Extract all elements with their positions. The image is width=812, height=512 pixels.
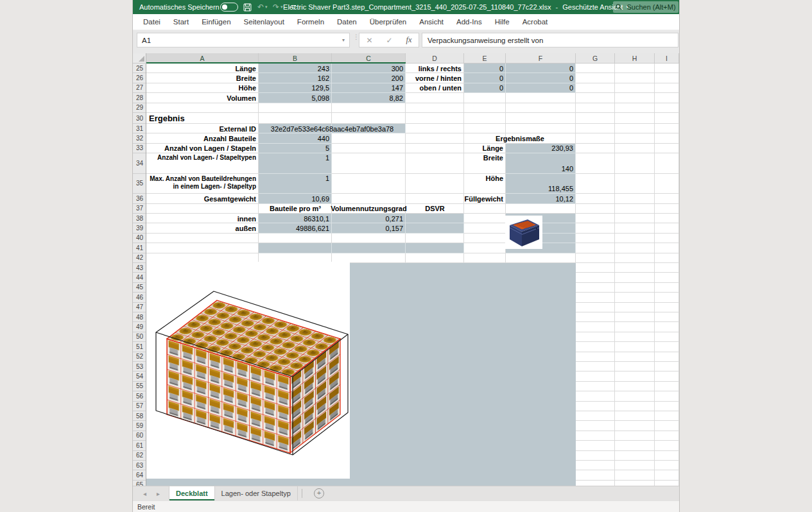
new-sheet-button[interactable]: + bbox=[314, 488, 324, 499]
cancel-button[interactable]: ✕ bbox=[366, 36, 372, 45]
cell-B38[interactable]: 86310,1 bbox=[259, 214, 332, 223]
cell-C26[interactable]: 200 bbox=[332, 73, 406, 83]
cell-F34[interactable]: 140 bbox=[506, 153, 576, 174]
ribbon-tab-addins[interactable]: Add-Ins bbox=[450, 14, 488, 30]
row-header-29[interactable]: 29 bbox=[133, 103, 146, 113]
row-header-58[interactable]: 58 bbox=[133, 411, 146, 421]
select-all-corner[interactable] bbox=[133, 53, 146, 64]
cell-F27[interactable]: 0 bbox=[506, 83, 576, 93]
row-header-39[interactable]: 39 bbox=[133, 223, 146, 233]
cell-F26[interactable]: 0 bbox=[506, 73, 576, 83]
cell-C37[interactable]: Volumennutzungsgrad bbox=[332, 204, 406, 214]
cell-C28[interactable]: 8,82 bbox=[332, 93, 406, 103]
cell-E26[interactable]: 0 bbox=[464, 73, 506, 83]
cell-B39[interactable]: 49886,621 bbox=[259, 223, 332, 233]
ribbon-tab-acrobat[interactable]: Acrobat bbox=[516, 14, 555, 30]
cell-A28[interactable]: Volumen bbox=[146, 93, 259, 103]
cell-E32[interactable]: Ergebnismaße bbox=[464, 133, 576, 143]
ribbon-tab-hilfe[interactable]: Hilfe bbox=[488, 14, 516, 30]
row-header-31[interactable]: 31 bbox=[133, 124, 146, 133]
column-header-D[interactable]: D bbox=[406, 53, 464, 64]
cell-A32[interactable]: Anzahl Bauteile bbox=[146, 133, 259, 143]
cell-D37[interactable]: DSVR bbox=[406, 204, 464, 214]
row-header-50[interactable]: 50 bbox=[133, 332, 146, 342]
row-header-53[interactable]: 53 bbox=[133, 362, 146, 371]
column-header-I[interactable]: I bbox=[655, 53, 679, 64]
sheet-tab-deckblatt[interactable]: Deckblatt bbox=[169, 486, 215, 500]
column-header-H[interactable]: H bbox=[615, 53, 655, 64]
row-header-28[interactable]: 28 bbox=[133, 93, 146, 103]
cell-B25[interactable]: 243 bbox=[259, 64, 332, 73]
cell-B34[interactable]: 1 bbox=[259, 153, 332, 174]
packing-3d-visualization[interactable] bbox=[146, 262, 350, 479]
formula-input[interactable]: Verpackungsanweisung erstellt von bbox=[422, 33, 678, 47]
insert-function-button[interactable]: fx bbox=[406, 35, 411, 45]
row-header-51[interactable]: 51 bbox=[133, 342, 146, 352]
cell-C38[interactable]: 0,271 bbox=[332, 214, 406, 223]
row-header-27[interactable]: 27 bbox=[133, 83, 146, 93]
row-header-46[interactable]: 46 bbox=[133, 293, 146, 302]
name-box-caret-icon[interactable]: ▾ bbox=[342, 37, 345, 43]
ribbon-tab-daten[interactable]: Daten bbox=[331, 14, 363, 30]
row-header-37[interactable]: 37 bbox=[133, 204, 146, 214]
row-header-59[interactable]: 59 bbox=[133, 421, 146, 431]
cell-C39[interactable]: 0,157 bbox=[332, 223, 406, 233]
ribbon-tab-seitenlayout[interactable]: Seitenlayout bbox=[238, 14, 291, 30]
cell-E33[interactable]: Länge bbox=[464, 144, 506, 153]
cell-A39[interactable]: außen bbox=[146, 223, 259, 233]
cell-E35[interactable]: Höhe bbox=[464, 174, 506, 194]
cell-B26[interactable]: 162 bbox=[259, 73, 332, 83]
cell-E36[interactable]: Füllgewicht bbox=[464, 194, 506, 203]
cell-A26[interactable]: Breite bbox=[146, 73, 259, 83]
cell-B36[interactable]: 10,69 bbox=[259, 194, 332, 203]
cell-B27[interactable]: 129,5 bbox=[259, 83, 332, 93]
sheet-tab-lagen-oder-stapeltyp[interactable]: Lagen- oder Stapeltyp bbox=[215, 486, 298, 500]
row-header-45[interactable]: 45 bbox=[133, 283, 146, 293]
row-header-62[interactable]: 62 bbox=[133, 451, 146, 461]
row-header-43[interactable]: 43 bbox=[133, 263, 146, 273]
undo-button[interactable]: ↶▾ bbox=[257, 0, 268, 14]
row-header-40[interactable]: 40 bbox=[133, 234, 146, 243]
row-header-30[interactable]: 30 bbox=[133, 113, 146, 124]
row-header-36[interactable]: 36 bbox=[133, 194, 146, 203]
row-header-49[interactable]: 49 bbox=[133, 322, 146, 332]
cell-F35[interactable]: 118,455 bbox=[506, 174, 576, 194]
cell-F36[interactable]: 10,12 bbox=[506, 194, 576, 203]
cell-A35[interactable]: Max. Anzahl von Bauteildrehungen in eine… bbox=[146, 174, 259, 194]
ribbon-tab-ansicht[interactable]: Ansicht bbox=[413, 14, 450, 30]
row-header-32[interactable]: 32 bbox=[133, 133, 146, 143]
column-header-E[interactable]: E bbox=[464, 53, 506, 64]
ribbon-tab-datei[interactable]: Datei bbox=[137, 14, 167, 30]
row-header-33[interactable]: 33 bbox=[133, 144, 146, 153]
row-header-25[interactable]: 25 bbox=[133, 64, 146, 73]
prev-sheet-button[interactable]: ◂ bbox=[143, 490, 146, 497]
cell-B33[interactable]: 5 bbox=[259, 144, 332, 153]
ribbon-tab-formeln[interactable]: Formeln bbox=[291, 14, 331, 30]
cell-A36[interactable]: Gesamtgewicht bbox=[146, 194, 259, 203]
cell-C25[interactable]: 300 bbox=[332, 64, 406, 73]
cell-D27[interactable]: oben / unten bbox=[406, 83, 464, 93]
cell-B35[interactable]: 1 bbox=[259, 174, 332, 194]
cell-F25[interactable]: 0 bbox=[506, 64, 576, 73]
ribbon-tab-start[interactable]: Start bbox=[167, 14, 195, 30]
name-box[interactable]: A1 ▾ bbox=[137, 33, 350, 47]
cell-A30[interactable]: Ergebnis bbox=[146, 113, 259, 124]
row-header-35[interactable]: 35 bbox=[133, 174, 146, 194]
cell-A38[interactable]: innen bbox=[146, 214, 259, 223]
cell-B28[interactable]: 5,098 bbox=[259, 93, 332, 103]
row-header-48[interactable]: 48 bbox=[133, 312, 146, 322]
autosave-toggle[interactable] bbox=[220, 0, 238, 14]
row-header-57[interactable]: 57 bbox=[133, 402, 146, 411]
row-header-44[interactable]: 44 bbox=[133, 273, 146, 282]
row-header-60[interactable]: 60 bbox=[133, 431, 146, 441]
row-header-55[interactable]: 55 bbox=[133, 382, 146, 391]
cell-A34[interactable]: Anzahl von Lagen- / Stapeltypen bbox=[146, 153, 259, 174]
row-header-54[interactable]: 54 bbox=[133, 371, 146, 381]
row-header-38[interactable]: 38 bbox=[133, 214, 146, 223]
cell-A27[interactable]: Höhe bbox=[146, 83, 259, 93]
redo-button[interactable]: ↷▾ bbox=[273, 0, 283, 14]
column-header-F[interactable]: F bbox=[506, 53, 576, 64]
cell-E34[interactable]: Breite bbox=[464, 153, 506, 174]
row-header-47[interactable]: 47 bbox=[133, 303, 146, 312]
row-header-61[interactable]: 61 bbox=[133, 441, 146, 450]
